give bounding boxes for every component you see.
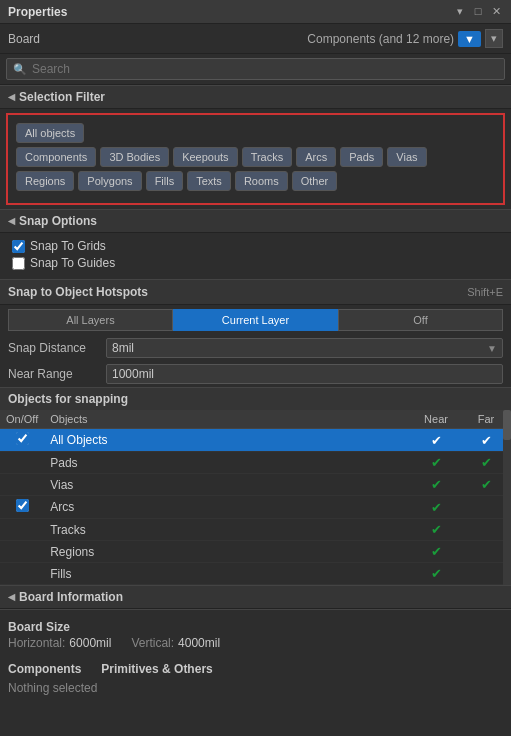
table-row: Fills ✔ — [0, 563, 511, 585]
vias-filter-btn[interactable]: Vias — [387, 147, 426, 167]
row-onoff-arcs[interactable] — [0, 496, 44, 519]
row-near-regions[interactable]: ✔ — [411, 541, 461, 563]
near-check-fills: ✔ — [431, 566, 442, 581]
row-name-vias: Vias — [44, 474, 411, 496]
title-bar-controls[interactable]: ▾ □ ✕ — [453, 5, 503, 18]
snap-hotspot-label: Snap to Object Hotspots — [8, 285, 148, 299]
pads-filter-btn[interactable]: Pads — [340, 147, 383, 167]
vertical-value: 4000mil — [178, 636, 220, 650]
row-onoff-fills[interactable] — [0, 563, 44, 585]
row-onoff-tracks[interactable] — [0, 519, 44, 541]
row-onoff-regions[interactable] — [0, 541, 44, 563]
search-row: 🔍 — [0, 54, 511, 85]
selection-filter-header[interactable]: ◀ Selection Filter — [0, 85, 511, 109]
near-range-value-box[interactable]: 1000mil — [106, 364, 503, 384]
tracks-filter-btn[interactable]: Tracks — [242, 147, 293, 167]
objects-for-snapping-label: Objects for snapping — [8, 392, 128, 406]
row-near-vias[interactable]: ✔ — [411, 474, 461, 496]
row-near-fills[interactable]: ✔ — [411, 563, 461, 585]
snap-hotspot-shortcut: Shift+E — [467, 286, 503, 298]
snap-to-guides-checkbox[interactable] — [12, 257, 25, 270]
off-tab[interactable]: Off — [338, 309, 503, 331]
row-name-tracks: Tracks — [44, 519, 411, 541]
snap-to-grids-checkbox[interactable] — [12, 240, 25, 253]
board-header: Board Components (and 12 more) ▼ ▾ — [0, 24, 511, 54]
current-layer-tab[interactable]: Current Layer — [173, 309, 338, 331]
selection-filter-label: Selection Filter — [19, 90, 105, 104]
keepouts-filter-btn[interactable]: Keepouts — [173, 147, 237, 167]
col-near: Near — [411, 410, 461, 429]
near-check-tracks: ✔ — [431, 522, 442, 537]
arcs-filter-btn[interactable]: Arcs — [296, 147, 336, 167]
arcs-onoff-checkbox[interactable] — [16, 499, 29, 512]
row-onoff-all[interactable] — [0, 429, 44, 452]
title-bar-title: Properties — [8, 5, 67, 19]
snap-to-grids-label: Snap To Grids — [30, 239, 106, 253]
row-name-pads: Pads — [44, 452, 411, 474]
scroll-bar[interactable] — [503, 410, 511, 585]
snap-to-guides-label: Snap To Guides — [30, 256, 115, 270]
snap-distance-value-box[interactable]: 8mil ▼ — [106, 338, 503, 358]
close-icon[interactable]: ✕ — [489, 5, 503, 18]
layer-tab-row: All Layers Current Layer Off — [8, 309, 503, 331]
search-box[interactable]: 🔍 — [6, 58, 505, 80]
primitives-label: Primitives & Others — [101, 662, 212, 676]
row-near-pads[interactable]: ✔ — [411, 452, 461, 474]
row-near-arcs[interactable]: ✔ — [411, 496, 461, 519]
row-onoff-vias[interactable] — [0, 474, 44, 496]
components-filter-btn[interactable]: Components — [16, 147, 96, 167]
row-onoff-pads[interactable] — [0, 452, 44, 474]
board-information-label: Board Information — [19, 590, 123, 604]
near-check-vias: ✔ — [431, 477, 442, 492]
rooms-filter-btn[interactable]: Rooms — [235, 171, 288, 191]
vertical-label: Vertical: — [131, 636, 174, 650]
filter-button[interactable]: ▼ — [458, 31, 481, 47]
collapse-icon: ◀ — [8, 92, 15, 102]
components-label: Components — [8, 662, 81, 676]
all-layers-tab[interactable]: All Layers — [8, 309, 173, 331]
snap-distance-dropdown-icon: ▼ — [487, 343, 497, 354]
objects-snap-table: On/Off Objects Near Far All Objects ✔ ✔ — [0, 410, 511, 585]
pin-icon[interactable]: ▾ — [453, 5, 467, 18]
near-check-all: ✔ — [431, 433, 442, 448]
dropdown-button[interactable]: ▾ — [485, 29, 503, 48]
snap-hotspot-header: Snap to Object Hotspots Shift+E — [0, 279, 511, 305]
header-right: Components (and 12 more) ▼ ▾ — [307, 29, 503, 48]
regions-filter-btn[interactable]: Regions — [16, 171, 74, 191]
col-onoff: On/Off — [0, 410, 44, 429]
other-filter-btn[interactable]: Other — [292, 171, 338, 191]
search-input[interactable] — [32, 62, 498, 76]
board-size-label: Board Size — [8, 620, 503, 634]
near-check-regions: ✔ — [431, 544, 442, 559]
3d-bodies-filter-btn[interactable]: 3D Bodies — [100, 147, 169, 167]
restore-icon[interactable]: □ — [471, 5, 485, 18]
snap-distance-row: Snap Distance 8mil ▼ — [0, 335, 511, 361]
board-information-header[interactable]: ◀ Board Information — [0, 585, 511, 609]
polygons-filter-btn[interactable]: Polygons — [78, 171, 141, 191]
nothing-selected-text: Nothing selected — [8, 681, 97, 695]
snap-distance-label: Snap Distance — [8, 341, 98, 355]
snap-to-guides-row: Snap To Guides — [12, 256, 499, 270]
texts-filter-btn[interactable]: Texts — [187, 171, 231, 191]
fills-filter-btn[interactable]: Fills — [146, 171, 184, 191]
snap-options-label: Snap Options — [19, 214, 97, 228]
search-icon: 🔍 — [13, 63, 27, 76]
board-label: Board — [8, 32, 40, 46]
far-check-all: ✔ — [481, 433, 492, 448]
nothing-selected-row: Nothing selected — [8, 681, 503, 695]
row-name-all: All Objects — [44, 429, 411, 452]
scroll-thumb[interactable] — [503, 410, 511, 440]
table-row: All Objects ✔ ✔ — [0, 429, 511, 452]
snap-options-header[interactable]: ◀ Snap Options — [0, 209, 511, 233]
objects-table-container: On/Off Objects Near Far All Objects ✔ ✔ — [0, 410, 511, 585]
near-range-row: Near Range 1000mil — [0, 361, 511, 387]
row-near-all[interactable]: ✔ — [411, 429, 461, 452]
objects-for-snapping-header: Objects for snapping — [0, 387, 511, 410]
all-objects-onoff-checkbox[interactable] — [16, 432, 29, 445]
near-range-value: 1000mil — [112, 367, 154, 381]
far-check-pads: ✔ — [481, 455, 492, 470]
row-near-tracks[interactable]: ✔ — [411, 519, 461, 541]
all-objects-button[interactable]: All objects — [16, 123, 84, 143]
table-row: Vias ✔ ✔ — [0, 474, 511, 496]
row-name-regions: Regions — [44, 541, 411, 563]
